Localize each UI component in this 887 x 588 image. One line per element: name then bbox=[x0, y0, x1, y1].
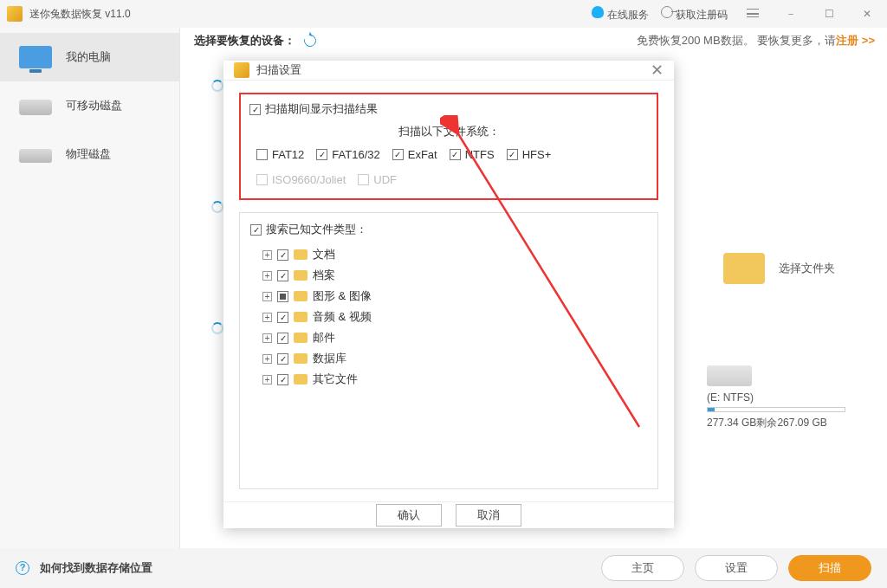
ok-button[interactable]: 确认 bbox=[376, 504, 442, 527]
expand-icon[interactable]: + bbox=[262, 375, 272, 384]
fs-udf-checkbox[interactable]: UDF bbox=[358, 173, 397, 186]
drive-label: (E: NTFS) bbox=[707, 391, 845, 404]
expand-icon[interactable]: + bbox=[262, 250, 272, 260]
known-types-checkbox[interactable]: ✓搜索已知文件类型： bbox=[250, 222, 367, 237]
tree-item-mail[interactable]: +✓邮件 bbox=[250, 327, 647, 348]
get-code-link[interactable]: 获取注册码 bbox=[661, 6, 728, 23]
close-icon[interactable]: ✕ bbox=[651, 61, 664, 80]
register-link[interactable]: 注册 >> bbox=[836, 34, 875, 47]
expand-icon[interactable]: + bbox=[262, 333, 272, 343]
folder-icon bbox=[294, 374, 308, 384]
folder-icon bbox=[294, 312, 308, 322]
tree-item-docs[interactable]: +✓文档 bbox=[250, 244, 647, 265]
tree-item-archive[interactable]: +✓档案 bbox=[250, 265, 647, 286]
dialog-titlebar: 扫描设置 ✕ bbox=[223, 61, 674, 81]
file-type-tree: +✓文档 +✓档案 +图形 & 图像 +✓音频 & 视频 +✓邮件 +✓数据库 … bbox=[250, 244, 647, 390]
select-device-label: 选择要恢复的设备： bbox=[194, 33, 295, 48]
fs-fat12-checkbox[interactable]: FAT12 bbox=[256, 148, 304, 161]
drive-icon bbox=[707, 365, 752, 386]
sidebar-item-label: 可移动磁盘 bbox=[66, 98, 122, 113]
menu-button[interactable] bbox=[740, 8, 766, 20]
external-disk-icon bbox=[19, 100, 52, 115]
folder-icon bbox=[294, 353, 308, 364]
choose-folder-label: 选择文件夹 bbox=[779, 261, 835, 276]
app-logo-icon bbox=[7, 6, 23, 22]
sidebar-item-removable[interactable]: 可移动磁盘 bbox=[0, 81, 179, 130]
help-icon[interactable]: ? bbox=[16, 561, 29, 575]
drive-space: 277.34 GB剩余267.09 GB bbox=[707, 416, 845, 430]
show-results-checkbox[interactable]: ✓扫描期间显示扫描结果 bbox=[249, 101, 378, 117]
folder-icon bbox=[294, 291, 308, 301]
close-window-button[interactable]: ✕ bbox=[854, 8, 880, 20]
sidebar-item-label: 我的电脑 bbox=[66, 49, 111, 65]
file-types-panel: ✓搜索已知文件类型： +✓文档 +✓档案 +图形 & 图像 +✓音频 & 视频 … bbox=[239, 212, 658, 489]
bottombar: ? 如何找到数据存储位置 主页 设置 扫描 bbox=[0, 548, 887, 588]
app-logo-icon bbox=[234, 62, 249, 78]
fs-exfat-checkbox[interactable]: ✓ExFat bbox=[392, 148, 437, 161]
drive-card[interactable]: (E: NTFS) 277.34 GB剩余267.09 GB bbox=[707, 365, 845, 430]
cancel-button[interactable]: 取消 bbox=[456, 504, 521, 527]
fs-fat1632-checkbox[interactable]: ✓FAT16/32 bbox=[316, 148, 379, 161]
tree-item-graphics[interactable]: +图形 & 图像 bbox=[250, 286, 647, 307]
scan-button[interactable]: 扫描 bbox=[788, 555, 871, 581]
expand-icon[interactable]: + bbox=[262, 354, 272, 364]
folder-icon bbox=[723, 253, 765, 284]
online-service-link[interactable]: 在线服务 bbox=[592, 6, 648, 23]
tree-item-database[interactable]: +✓数据库 bbox=[250, 348, 647, 369]
fs-hfs-checkbox[interactable]: ✓HFS+ bbox=[507, 148, 552, 161]
dialog-title: 扫描设置 bbox=[256, 62, 651, 78]
folder-icon bbox=[294, 249, 308, 260]
hdd-icon bbox=[19, 149, 52, 163]
spinner-icon bbox=[211, 322, 223, 334]
highlight-box: ✓扫描期间显示扫描结果 扫描以下文件系统： FAT12 ✓FAT16/32 ✓E… bbox=[239, 93, 658, 200]
expand-icon[interactable]: + bbox=[262, 313, 272, 322]
minimize-button[interactable]: － bbox=[778, 7, 804, 22]
refresh-icon[interactable] bbox=[301, 32, 318, 48]
expand-icon[interactable]: + bbox=[262, 271, 272, 281]
folder-icon bbox=[294, 270, 308, 281]
sidebar: 我的电脑 可移动磁盘 物理磁盘 bbox=[0, 28, 180, 548]
home-button[interactable]: 主页 bbox=[601, 555, 684, 581]
help-link[interactable]: 如何找到数据存储位置 bbox=[40, 560, 152, 576]
spinner-icon bbox=[211, 201, 223, 213]
expand-icon[interactable]: + bbox=[262, 292, 272, 301]
sidebar-item-my-computer[interactable]: 我的电脑 bbox=[0, 33, 179, 81]
fs-title: 扫描以下文件系统： bbox=[249, 124, 648, 139]
sidebar-item-label: 物理磁盘 bbox=[66, 146, 111, 162]
titlebar: 迷你兔数据恢复 v11.0 在线服务 获取注册码 － ☐ ✕ bbox=[0, 0, 887, 28]
choose-folder-card[interactable]: 选择文件夹 bbox=[723, 253, 835, 284]
tree-item-audio[interactable]: +✓音频 & 视频 bbox=[250, 307, 647, 327]
maximize-button[interactable]: ☐ bbox=[816, 8, 842, 20]
tree-item-other[interactable]: +✓其它文件 bbox=[250, 369, 647, 390]
key-icon bbox=[661, 6, 673, 18]
app-title: 迷你兔数据恢复 v11.0 bbox=[29, 7, 592, 22]
spinner-icon bbox=[211, 80, 223, 92]
scan-settings-dialog: 扫描设置 ✕ ✓扫描期间显示扫描结果 扫描以下文件系统： FAT12 ✓FAT1… bbox=[223, 61, 674, 528]
penguin-icon bbox=[592, 6, 604, 18]
hamburger-icon bbox=[747, 9, 759, 17]
monitor-icon bbox=[19, 46, 52, 68]
settings-button[interactable]: 设置 bbox=[695, 555, 778, 581]
fs-iso-checkbox[interactable]: ISO9660/Joliet bbox=[256, 173, 346, 186]
sidebar-item-physical[interactable]: 物理磁盘 bbox=[0, 130, 179, 178]
folder-icon bbox=[294, 333, 308, 343]
fs-ntfs-checkbox[interactable]: ✓NTFS bbox=[450, 148, 495, 161]
promo-text: 免费恢复200 MB数据。 要恢复更多，请 bbox=[637, 34, 836, 47]
drive-usage-bar bbox=[707, 407, 845, 412]
